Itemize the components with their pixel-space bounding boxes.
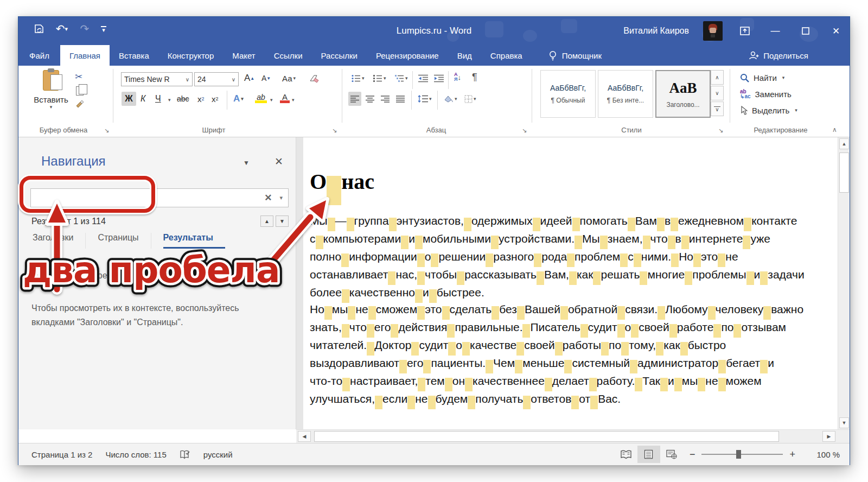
- style-item[interactable]: АаБбВвГг,¶ Без инте...: [598, 70, 653, 118]
- previous-result-button[interactable]: ▲: [260, 215, 273, 227]
- close-button[interactable]: ✕: [828, 23, 844, 39]
- paste-dropdown-icon[interactable]: ▾: [29, 104, 73, 110]
- bold-button[interactable]: Ж: [122, 92, 136, 106]
- zoom-slider[interactable]: [701, 454, 783, 455]
- nav-tab-Результаты[interactable]: Результаты: [163, 233, 225, 249]
- font-color-dropdown-icon[interactable]: ▾: [292, 97, 295, 103]
- scroll-left-icon[interactable]: ◀: [298, 431, 311, 442]
- share-button[interactable]: Поделиться: [739, 45, 817, 66]
- italic-button[interactable]: К: [138, 92, 148, 106]
- tab-Главная[interactable]: Главная: [60, 45, 110, 66]
- font-name-combo[interactable]: Times New R∨: [121, 72, 193, 86]
- multilevel-list-button[interactable]: ▾: [393, 71, 410, 85]
- shading-button[interactable]: ▾: [442, 92, 459, 106]
- zoom-in-button[interactable]: +: [783, 449, 802, 460]
- navigation-close-icon[interactable]: ✕: [275, 155, 283, 168]
- web-layout-icon[interactable]: [660, 446, 683, 463]
- search-clear-icon[interactable]: ✕: [264, 192, 279, 204]
- navigation-search-input[interactable]: ✕ ▾: [30, 188, 289, 207]
- language-status[interactable]: русский: [203, 450, 233, 459]
- tab-Рецензирование[interactable]: Рецензирование: [367, 45, 448, 66]
- tab-Конструктор[interactable]: Конструктор: [158, 45, 224, 66]
- paste-button[interactable]: Вставить ▾: [29, 70, 73, 110]
- underline-button[interactable]: Ч: [153, 92, 163, 106]
- line-spacing-button[interactable]: ▾: [416, 92, 434, 106]
- word-count-status[interactable]: Число слов: 115: [105, 450, 166, 459]
- vertical-scrollbar[interactable]: ▲ ▼: [838, 137, 850, 429]
- align-center-button[interactable]: [363, 92, 376, 106]
- paragraph-dialog-launcher-icon[interactable]: ↘: [522, 127, 527, 134]
- read-mode-icon[interactable]: [615, 446, 637, 463]
- sort-button[interactable]: АЯ ↓: [452, 70, 463, 84]
- maximize-button[interactable]: [797, 23, 814, 39]
- nav-tab-Заголовки[interactable]: Заголовки: [33, 233, 86, 249]
- clipboard-dialog-launcher-icon[interactable]: ↘: [104, 127, 109, 134]
- scroll-right-icon[interactable]: ▶: [822, 431, 835, 442]
- tab-Макет[interactable]: Макет: [223, 45, 264, 66]
- print-layout-icon[interactable]: [637, 446, 660, 463]
- grow-font-button[interactable]: А▲: [242, 71, 257, 85]
- navigation-options-dropdown-icon[interactable]: ▼: [243, 159, 250, 167]
- nav-tab-Страницы[interactable]: Страницы: [98, 233, 151, 249]
- tab-Ссылки[interactable]: Ссылки: [265, 45, 312, 66]
- increase-indent-icon[interactable]: [432, 71, 446, 85]
- next-result-button[interactable]: ▼: [276, 215, 289, 227]
- proofing-status-icon[interactable]: [180, 449, 190, 459]
- scroll-down-icon[interactable]: ▼: [839, 417, 849, 428]
- cut-icon[interactable]: ✂: [75, 71, 85, 83]
- ribbon-display-options-icon[interactable]: [737, 23, 753, 39]
- show-marks-button[interactable]: ¶: [470, 70, 480, 84]
- account-avatar[interactable]: [703, 21, 723, 41]
- zoom-slider-thumb[interactable]: [736, 450, 741, 459]
- horizontal-scroll-thumb[interactable]: [314, 431, 779, 442]
- tab-assistant[interactable]: Помощник: [539, 45, 610, 66]
- shrink-font-button[interactable]: А▼: [259, 71, 273, 85]
- copy-icon[interactable]: [76, 86, 84, 96]
- change-case-button[interactable]: Аа▾: [280, 71, 298, 85]
- justify-button[interactable]: [394, 92, 407, 106]
- format-painter-icon[interactable]: [75, 99, 85, 109]
- styles-more-icon[interactable]: ∨: [711, 102, 724, 116]
- replace-button[interactable]: ab↳ac Заменить: [740, 86, 797, 102]
- tab-Рассылки[interactable]: Рассылки: [312, 45, 367, 66]
- text-effects-button[interactable]: А▾: [231, 92, 246, 106]
- search-dropdown-icon[interactable]: ▾: [279, 194, 288, 201]
- font-dialog-launcher-icon[interactable]: ↘: [332, 127, 337, 134]
- subscript-button[interactable]: x2: [195, 92, 207, 106]
- zoom-percentage[interactable]: 100 %: [802, 450, 840, 459]
- page-count-status[interactable]: Страница 1 из 2: [31, 450, 92, 459]
- vertical-scroll-thumb[interactable]: [839, 153, 849, 193]
- highlight-color-button[interactable]: ab: [253, 91, 269, 105]
- strikethrough-button[interactable]: abc: [175, 92, 192, 106]
- numbering-button[interactable]: ▾: [371, 71, 388, 85]
- align-right-button[interactable]: [379, 92, 392, 106]
- document-page[interactable]: О нас Мы — группа энтузиастов, одержимых…: [303, 137, 838, 429]
- font-color-button[interactable]: А: [278, 91, 292, 105]
- highlight-dropdown-icon[interactable]: ▾: [270, 97, 273, 103]
- styles-scroll-down-icon[interactable]: ∨: [711, 86, 724, 100]
- minimize-button[interactable]: —: [767, 23, 783, 39]
- account-name[interactable]: Виталий Каиров: [623, 26, 689, 36]
- decrease-indent-icon[interactable]: [416, 71, 430, 85]
- bullets-button[interactable]: ▾: [349, 71, 367, 85]
- underline-dropdown-icon[interactable]: ▾: [168, 97, 171, 103]
- scroll-up-icon[interactable]: ▲: [839, 138, 849, 149]
- borders-button[interactable]: ▾: [462, 92, 478, 106]
- zoom-out-button[interactable]: −: [683, 449, 702, 460]
- clear-formatting-icon[interactable]: [307, 71, 322, 85]
- tab-Вид[interactable]: Вид: [448, 45, 481, 66]
- tab-Файл[interactable]: Файл: [18, 45, 60, 66]
- tab-Вставка[interactable]: Вставка: [110, 45, 158, 66]
- font-size-combo[interactable]: 24∨: [194, 72, 239, 86]
- superscript-button[interactable]: x2: [209, 92, 221, 106]
- tab-Справка[interactable]: Справка: [481, 45, 532, 66]
- style-item[interactable]: AaBЗаголово...: [655, 70, 711, 118]
- align-left-button[interactable]: [348, 92, 361, 106]
- styles-scroll-up-icon[interactable]: ∧: [711, 70, 724, 85]
- style-item[interactable]: АаБбВвГг,¶ Обычный: [540, 70, 596, 118]
- horizontal-scrollbar[interactable]: ◀ ▶: [296, 429, 850, 443]
- styles-dialog-launcher-icon[interactable]: ↘: [718, 127, 723, 134]
- collapse-ribbon-icon[interactable]: ∧: [832, 126, 837, 134]
- find-button[interactable]: Найти▾: [740, 70, 797, 85]
- select-button[interactable]: Выделить▾: [740, 103, 797, 118]
